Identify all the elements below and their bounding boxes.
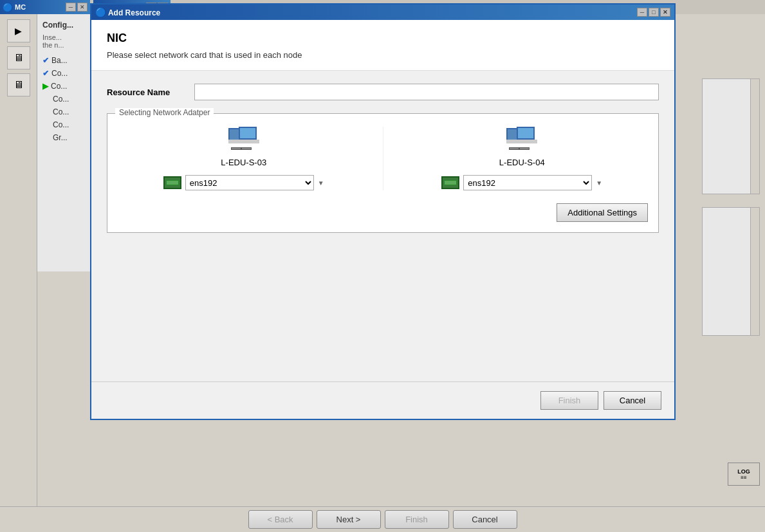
node2-dropdown-arrow: ▼ [596, 179, 602, 187]
dialog-header: NIC Please select network card that is u… [91, 20, 674, 71]
step5-label: Co... [53, 107, 69, 116]
network-adapter-container: Selecting Network Adatper [107, 113, 659, 233]
dialog-minimize[interactable]: ─ [637, 8, 647, 17]
step2-label: Co... [51, 69, 68, 78]
dialog-titlebar: 🔵 Add Resource ─ □ ✕ [91, 5, 674, 20]
node2-nic-icon [441, 176, 459, 189]
node1-dropdown-arrow: ▼ [318, 179, 324, 187]
sidebar-icon-1[interactable]: 🖥 [7, 46, 30, 69]
step2-check: ✔ [42, 69, 49, 78]
log-button[interactable]: LOG ≡≡ [728, 463, 760, 486]
bg-win1-close[interactable]: ✕ [77, 3, 88, 12]
sidebar-icon-2[interactable]: 🖥 [7, 73, 30, 96]
dialog-footer: Finish Cancel [91, 382, 674, 419]
network-adapter-legend: Selecting Network Adatper [115, 108, 214, 117]
bg-window-1-title: 🔵 MC [3, 3, 26, 12]
resource-name-input[interactable] [194, 84, 659, 100]
node1-icon [228, 127, 259, 150]
dialog-form-area: Resource Name Selecting Network Adatper [91, 71, 674, 381]
sidebar-forward-icon[interactable]: ▶ [7, 19, 30, 42]
node2-icon [506, 127, 537, 150]
node1-nic-icon [163, 176, 181, 189]
add-resource-dialog: 🔵 Add Resource ─ □ ✕ NIC Please select n… [90, 3, 676, 420]
node2-adapter-select[interactable]: ens192 ens160 ens224 [463, 175, 592, 190]
node1-adapter-select[interactable]: ens192 ens160 ens224 [185, 175, 314, 190]
resource-name-row: Resource Name [107, 84, 659, 100]
node1-column: L-EDU-S-03 ens192 ens160 ens224 [118, 127, 383, 190]
additional-settings-button[interactable]: Additional Settings [557, 203, 648, 222]
node2-label: L-EDU-S-04 [499, 158, 545, 167]
dialog-maximize[interactable]: □ [649, 8, 659, 17]
bg-win1-minimize[interactable]: ─ [66, 3, 76, 12]
step7-label: Gr... [53, 133, 68, 142]
cancel-button[interactable]: Cancel [604, 391, 661, 410]
dialog-title-group: 🔵 Add Resource [95, 7, 160, 17]
right-panel-1 [702, 78, 760, 194]
right-panel-2 [702, 207, 760, 336]
step1-check: ✔ [42, 56, 49, 65]
section-title: NIC [107, 32, 659, 45]
step3-label: Co... [51, 82, 67, 91]
step4-label: Co... [53, 95, 69, 104]
step1-label: Ba... [51, 56, 68, 65]
finish-bottom-button[interactable]: Finish [385, 510, 449, 529]
dialog-close[interactable]: ✕ [660, 8, 670, 17]
step6-label: Co... [53, 120, 69, 129]
cancel-bottom-button[interactable]: Cancel [453, 510, 517, 529]
node1-label: L-EDU-S-03 [221, 158, 266, 167]
step3-arrow: ▶ [42, 82, 48, 91]
dialog-title-text: Add Resource [108, 8, 160, 17]
taskbar: < Back Next > Finish Cancel [0, 506, 765, 532]
section-subtitle: Please select network card that is used … [107, 50, 659, 60]
node2-column: L-EDU-S-04 ens192 ens160 ens224 [383, 127, 649, 190]
left-sidebar: ▶ 🖥 🖥 [0, 14, 37, 508]
resource-name-label: Resource Name [107, 87, 184, 97]
next-button[interactable]: Next > [317, 510, 381, 529]
finish-button[interactable]: Finish [540, 391, 598, 410]
back-button[interactable]: < Back [248, 510, 313, 529]
